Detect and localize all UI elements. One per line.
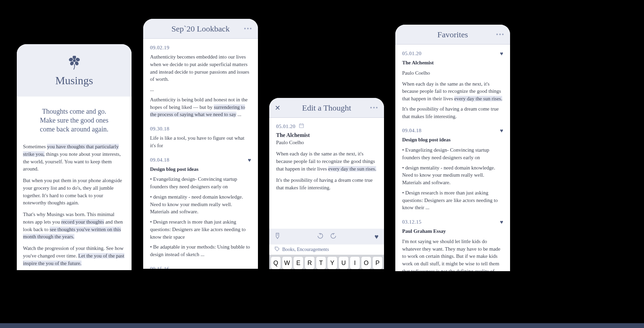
editor[interactable]: 05.01.20 The Alchemist Paulo Coelho When… <box>269 118 384 201</box>
bottom-bar <box>0 323 644 328</box>
heart-icon[interactable]: ♥ <box>500 51 504 57</box>
entry-date: 09.30.18 <box>150 126 251 132</box>
keyboard-key[interactable]: Q <box>271 257 281 269</box>
svg-point-2 <box>68 57 73 62</box>
more-icon[interactable]: ••• <box>496 31 505 38</box>
keyboard-key[interactable]: T <box>316 257 326 269</box>
tags-text[interactable]: Books, Encouragements <box>282 247 329 252</box>
lookback-screen: Sep`20 Lookback ••• 09.02.19 Authenticit… <box>143 19 258 269</box>
keyboard-key[interactable]: P <box>373 257 382 269</box>
keyboard-key[interactable]: U <box>339 257 348 269</box>
entry[interactable]: ♥ 05.01.20 The Alchemist Paulo Coelho Wh… <box>402 51 503 120</box>
entry[interactable]: 09.30.18 Life is like a tool, you have t… <box>150 126 251 150</box>
keyboard-key[interactable]: E <box>294 257 303 269</box>
heart-icon[interactable]: ♥ <box>500 219 504 225</box>
thought-title[interactable]: The Alchemist <box>276 132 377 138</box>
tag-icon <box>275 247 280 253</box>
header: Sep`20 Lookback ••• <box>143 19 258 39</box>
entry-date: 09.02.19 <box>150 45 251 51</box>
editor-toolbar: ♥ <box>269 229 384 244</box>
svg-point-0 <box>73 59 76 62</box>
blurb-line: Thoughts come and go. <box>42 108 107 115</box>
svg-point-3 <box>75 57 80 62</box>
entry[interactable]: 09.15.16 Patience Appreciation for life'… <box>150 266 251 269</box>
undo-icon[interactable] <box>317 232 324 241</box>
favorites-screen: Favorites ••• ♥ 05.01.20 The Alchemist P… <box>395 25 510 271</box>
svg-rect-6 <box>299 124 304 128</box>
entry-date: 09.04.18 <box>402 128 503 134</box>
entries-list[interactable]: 09.02.19 Authenticity becomes embedded i… <box>143 39 258 269</box>
keyboard-key[interactable]: W <box>282 257 292 269</box>
welcome-body: Sometimes you have thoughts that particu… <box>17 139 132 270</box>
keyboard-key[interactable]: R <box>305 257 314 269</box>
more-icon[interactable]: ••• <box>244 25 252 32</box>
page-title: Favorites <box>437 30 468 39</box>
page-title: Edit a Thought <box>302 103 351 113</box>
thought-author[interactable]: Paulo Coelho <box>276 140 377 146</box>
favorites-list[interactable]: ♥ 05.01.20 The Alchemist Paulo Coelho Wh… <box>395 45 510 271</box>
thought-body[interactable]: When each day is the same as the next, i… <box>276 150 377 192</box>
header: Favorites ••• <box>395 25 510 45</box>
musings-welcome-screen: Musings Thoughts come and go.Make sure t… <box>17 44 132 270</box>
keyboard-key[interactable]: Y <box>327 257 337 269</box>
entry-date: 05.01.20 <box>402 51 503 56</box>
blurb-line: Make sure the good ones <box>40 116 109 124</box>
entry-date: 09.04.18 <box>150 157 251 163</box>
brand-title: Musings <box>24 74 125 87</box>
highlighter-icon[interactable] <box>275 232 280 241</box>
entry[interactable]: ♥ 09.04.18 Design blog post ideas • Evan… <box>150 157 251 258</box>
blurb-line: come back around again. <box>40 125 109 133</box>
close-icon[interactable]: ✕ <box>275 104 281 112</box>
entry[interactable]: ♥ 03.12.15 Paul Graham Essay I'm not say… <box>402 219 503 271</box>
keyboard-key[interactable]: I <box>350 257 360 269</box>
flower-icon <box>24 56 125 72</box>
svg-point-12 <box>276 248 276 248</box>
hero: Musings <box>17 44 132 97</box>
more-icon[interactable]: ••• <box>370 104 379 111</box>
edit-thought-screen: ✕ Edit a Thought ••• 05.01.20 The Alchem… <box>269 98 384 269</box>
tags-row[interactable]: Books, Encouragements <box>269 244 384 255</box>
heart-icon[interactable]: ♥ <box>500 128 504 134</box>
entry-date: 03.12.15 <box>402 219 503 225</box>
svg-point-1 <box>73 56 76 59</box>
redo-icon[interactable] <box>330 232 337 241</box>
entry-date: 09.15.16 <box>150 266 251 269</box>
entry[interactable]: ♥ 09.04.18 Design blog post ideas • Evan… <box>402 128 503 212</box>
calendar-icon[interactable] <box>299 123 304 129</box>
blurb: Thoughts come and go.Make sure the good … <box>17 97 132 139</box>
header: ✕ Edit a Thought ••• <box>269 98 384 118</box>
page-title: Sep`20 Lookback <box>172 24 230 34</box>
heart-icon[interactable]: ♥ <box>248 157 251 163</box>
keyboard[interactable]: QWERTYUIOP <box>269 255 384 269</box>
entry[interactable]: 09.02.19 Authenticity becomes embedded i… <box>150 45 251 118</box>
entry-date[interactable]: 05.01.20 <box>276 124 296 129</box>
favorite-heart-icon[interactable]: ♥ <box>374 233 379 241</box>
keyboard-key[interactable]: O <box>361 257 371 269</box>
